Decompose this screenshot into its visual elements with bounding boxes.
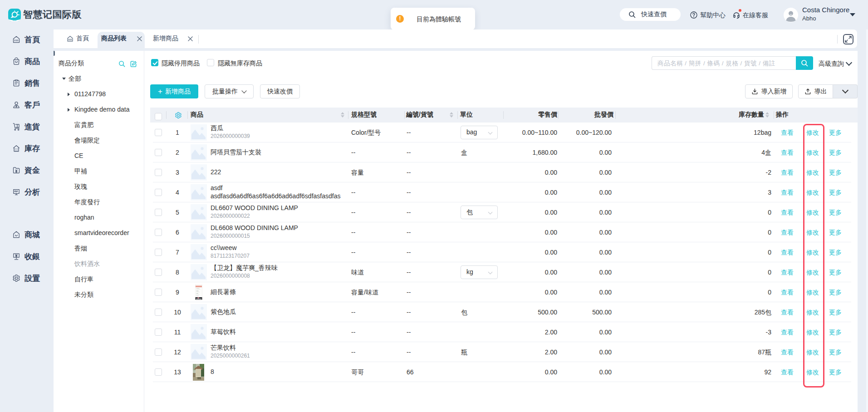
svg-text:intl: intl	[13, 19, 17, 21]
